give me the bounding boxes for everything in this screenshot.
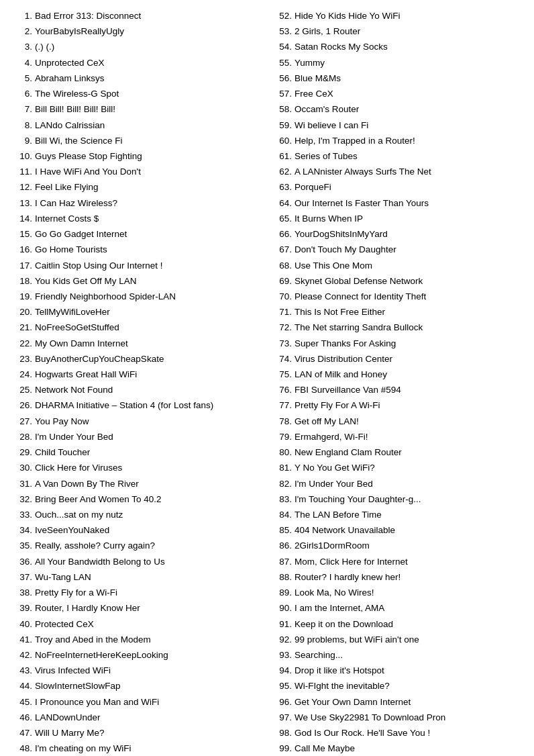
list-item: 35.Really, asshole? Curry again?: [11, 538, 264, 553]
item-number: 65.: [270, 211, 292, 226]
item-number: 9.: [11, 133, 32, 148]
list-item: 33.Ouch...sat on my nutz: [11, 507, 264, 522]
list-item: 23.BuyAnotherCupYouCheapSkate: [11, 351, 264, 367]
item-text: 404 Network Unavailable: [295, 522, 523, 538]
item-number: 47.: [11, 725, 32, 741]
item-number: 75.: [270, 367, 292, 382]
list-item: 71.This Is Not Free Either: [270, 304, 523, 320]
list-item: 4.Unprotected CeX: [11, 55, 264, 70]
item-number: 80.: [270, 444, 292, 460]
list-item: 82.I'm Under Your Bed: [270, 476, 523, 491]
list-item: 41.Troy and Abed in the Modem: [11, 632, 264, 647]
item-text: Hogwarts Great Hall WiFi: [35, 367, 264, 382]
item-text: Mom, Click Here for Internet: [295, 554, 523, 569]
item-text: I Pronounce you Man and WiFi: [35, 694, 264, 710]
list-item: 79.Ermahgerd, Wi-Fi!: [270, 429, 523, 444]
item-number: 57.: [270, 86, 292, 101]
list-item: 72.The Net starring Sandra Bullock: [270, 320, 523, 335]
item-text: Will U Marry Me?: [35, 725, 264, 741]
item-text: All Your Bandwidth Belong to Us: [35, 554, 264, 569]
item-text: The Wireless-G Spot: [35, 86, 264, 101]
list-item: 85.404 Network Unavailable: [270, 522, 523, 538]
list-item: 34.IveSeenYouNaked: [11, 522, 264, 538]
item-text: Bad Error 313: Disconnect: [35, 8, 264, 23]
item-number: 24.: [11, 367, 32, 382]
item-text: Our Internet Is Faster Than Yours: [295, 195, 523, 211]
item-number: 29.: [11, 444, 32, 460]
item-text: Really, asshole? Curry again?: [35, 538, 264, 553]
item-text: SlowInternetSlowFap: [35, 678, 264, 694]
list-item: 38.Pretty Fly for a Wi-Fi: [11, 585, 264, 600]
item-number: 34.: [11, 522, 32, 538]
item-number: 79.: [270, 429, 292, 444]
item-number: 70.: [270, 289, 292, 304]
item-text: The LAN Before Time: [295, 507, 523, 522]
list-item: 90.I am the Internet, AMA: [270, 600, 523, 616]
item-number: 36.: [11, 554, 32, 569]
item-number: 14.: [11, 211, 32, 226]
item-text: LAN of Milk and Honey: [295, 367, 523, 382]
item-text: PorqueFi: [295, 179, 523, 195]
item-text: The Net starring Sandra Bullock: [295, 320, 523, 335]
item-text: Feel Like Flying: [35, 179, 264, 195]
list-item: 36.All Your Bandwidth Belong to Us: [11, 554, 264, 569]
item-number: 44.: [11, 678, 32, 694]
list-item: 16.Go Home Tourists: [11, 242, 264, 257]
list-item: 17.Caitlin Stop Using Our Internet !: [11, 258, 264, 273]
item-text: Pretty Fly For A Wi-Fi: [295, 397, 523, 413]
item-number: 92.: [270, 632, 292, 647]
list-item: 92.99 problems, but WiFi ain't one: [270, 632, 523, 647]
right-column: 52.Hide Yo Kids Hide Yo WiFi53.2 Girls, …: [270, 8, 523, 756]
item-number: 77.: [270, 397, 292, 413]
list-item: 10.Guys Please Stop Fighting: [11, 148, 264, 164]
item-number: 53.: [270, 23, 292, 39]
item-text: Guys Please Stop Fighting: [35, 148, 264, 164]
item-number: 96.: [270, 694, 292, 710]
item-number: 73.: [270, 336, 292, 351]
list-item: 61.Series of Tubes: [270, 148, 523, 164]
item-number: 66.: [270, 226, 292, 242]
item-number: 22.: [11, 336, 32, 351]
list-item: 37.Wu-Tang LAN: [11, 569, 264, 585]
item-text: Super Thanks For Asking: [295, 336, 523, 351]
item-text: Look Ma, No Wires!: [295, 585, 523, 600]
item-text: YourBabyIsReallyUgly: [35, 23, 264, 39]
item-number: 10.: [11, 148, 32, 164]
list-item: 55.Yummy: [270, 55, 523, 70]
item-text: LANdo Calrissian: [35, 117, 264, 133]
item-text: God Is Our Rock. He'll Save You !: [295, 725, 523, 741]
item-number: 61.: [270, 148, 292, 164]
item-number: 94.: [270, 663, 292, 678]
list-item: 75.LAN of Milk and Honey: [270, 367, 523, 382]
item-text: Blue M&Ms: [295, 70, 523, 86]
list-item: 65.It Burns When IP: [270, 211, 523, 226]
item-number: 6.: [11, 86, 32, 101]
item-text: Get off My LAN!: [295, 414, 523, 429]
list-item: 97.We Use Sky22981 To Download Pron: [270, 710, 523, 725]
item-number: 93.: [270, 647, 292, 663]
item-text: Wi believe I can Fi: [295, 117, 523, 133]
item-number: 33.: [11, 507, 32, 522]
main-container: 1.Bad Error 313: Disconnect2.YourBabyIsR…: [11, 8, 523, 756]
list-item: 14.Internet Costs $: [11, 211, 264, 226]
item-number: 45.: [11, 694, 32, 710]
list-item: 93.Searching...: [270, 647, 523, 663]
list-item: 67.Don't Touch My Daughter: [270, 242, 523, 257]
list-item: 80.New England Clam Router: [270, 444, 523, 460]
list-item: 44.SlowInternetSlowFap: [11, 678, 264, 694]
item-text: You Kids Get Off My LAN: [35, 273, 264, 289]
list-item: 26.DHARMA Initiative – Station 4 (for Lo…: [11, 397, 264, 413]
item-text: Go Home Tourists: [35, 242, 264, 257]
list-item: 31.A Van Down By The River: [11, 476, 264, 491]
item-text: 99 problems, but WiFi ain't one: [295, 632, 523, 647]
list-item: 99.Call Me Maybe: [270, 741, 523, 756]
item-text: LANDownUnder: [35, 710, 264, 725]
item-number: 41.: [11, 632, 32, 647]
item-number: 23.: [11, 351, 32, 367]
item-text: IveSeenYouNaked: [35, 522, 264, 538]
item-number: 67.: [270, 242, 292, 257]
list-item: 95.Wi-FIght the inevitable?: [270, 678, 523, 694]
list-item: 20.TellMyWifiLoveHer: [11, 304, 264, 320]
item-text: NoFreeInternetHereKeepLooking: [35, 647, 264, 663]
item-text: New England Clam Router: [295, 444, 523, 460]
